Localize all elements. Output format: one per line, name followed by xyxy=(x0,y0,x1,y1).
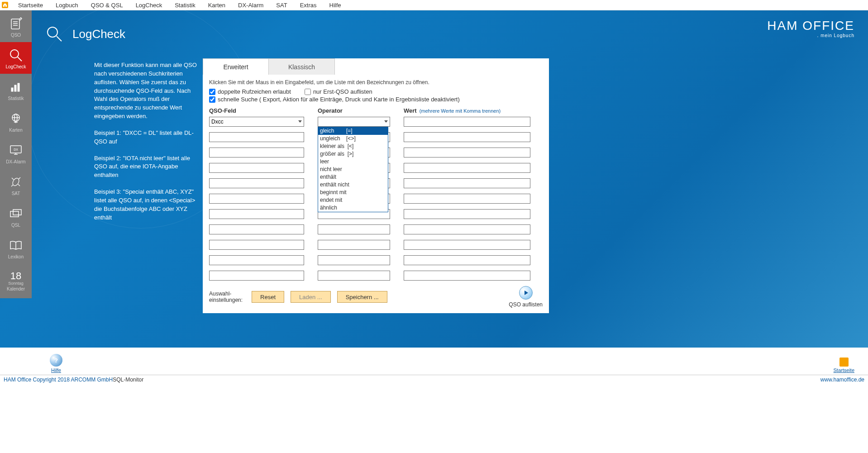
startseite-link[interactable]: Startseite xyxy=(834,358,854,373)
qso-auflisten-button[interactable]: QSO auflisten xyxy=(509,286,543,308)
operator-select-1[interactable]: gleich [=] ungleich [<>] kleiner als [<]… xyxy=(318,117,390,127)
load-button[interactable]: Laden ... xyxy=(291,291,331,303)
sidebar-label: Kalender xyxy=(7,286,25,291)
operator-input-1[interactable] xyxy=(318,117,390,127)
menu-dxalarm[interactable]: DX-Alarm xyxy=(232,0,270,10)
operator-opt-groesser[interactable]: größer als [>] xyxy=(318,150,388,158)
save-button[interactable]: Speichern ... xyxy=(337,291,387,303)
calendar-icon: 18 Sonntag xyxy=(7,271,25,286)
qso-feld-input-9[interactable] xyxy=(209,240,304,250)
menu-statistik[interactable]: Statistik xyxy=(168,0,202,10)
qso-feld-input-11[interactable] xyxy=(209,271,304,281)
wert-input-10[interactable] xyxy=(404,255,530,265)
calendar-weekday: Sonntag xyxy=(8,281,24,286)
chk-erst-qso-input[interactable] xyxy=(305,89,311,95)
checkbox-row-2: schnelle Suche ( Export, Aktion für alle… xyxy=(209,96,543,103)
wert-input-3[interactable] xyxy=(404,148,530,157)
operator-input-11[interactable] xyxy=(318,271,390,281)
wert-input-2[interactable] xyxy=(404,132,530,142)
operator-opt-enthaelt[interactable]: enthält xyxy=(318,173,388,181)
wert-input-7[interactable] xyxy=(404,209,530,219)
sidebar-label: Statistik xyxy=(8,96,24,101)
menu-karten[interactable]: Karten xyxy=(202,0,232,10)
operator-input-10[interactable] xyxy=(318,255,390,265)
qso-feld-select-1[interactable] xyxy=(209,117,304,132)
sidebar-item-sat[interactable]: SAT xyxy=(0,169,32,200)
notepad-icon xyxy=(7,15,25,32)
operator-input-8[interactable] xyxy=(318,224,390,234)
operator-dropdown[interactable]: gleich [=] ungleich [<>] kleiner als [<]… xyxy=(318,127,388,212)
desc-intro: Mit dieser Funktion kann man alle QSO na… xyxy=(94,61,200,121)
qso-feld-input-10[interactable] xyxy=(209,255,304,265)
menu-hilfe[interactable]: Hilfe xyxy=(323,0,348,10)
chk-doppelte[interactable]: doppelte Rufzeichen erlaubt xyxy=(209,88,291,95)
wert-input-11[interactable] xyxy=(404,271,530,281)
search-panel: Erweitert Klassisch Klicken Sie mit der … xyxy=(203,58,549,313)
wert-input-5[interactable] xyxy=(404,178,530,188)
sidebar-item-kalender[interactable]: 18 Sonntag Kalender xyxy=(0,264,32,298)
sidebar-item-statistik[interactable]: Statistik xyxy=(0,74,32,105)
sidebar-item-dxalarm[interactable]: DX DX-Alarm xyxy=(0,137,32,169)
chk-schnelle-suche[interactable]: schnelle Suche ( Export, Aktion für alle… xyxy=(209,96,460,103)
sidebar-label: LogCheck xyxy=(5,64,26,69)
col-header-qso-feld: QSO-Feld xyxy=(209,107,304,114)
operator-input-9[interactable] xyxy=(318,240,390,250)
menu-logbuch[interactable]: Logbuch xyxy=(49,0,85,10)
sidebar-item-lexikon[interactable]: Lexikon xyxy=(0,232,32,264)
reset-button[interactable]: Reset xyxy=(252,291,284,303)
menu-logcheck[interactable]: LogCheck xyxy=(129,0,169,10)
operator-opt-endet-mit[interactable]: endet mit xyxy=(318,196,388,204)
wert-input-8[interactable] xyxy=(404,224,530,234)
sidebar-item-qsl[interactable]: QSL xyxy=(0,200,32,232)
operator-opt-ungleich[interactable]: ungleich [<>] xyxy=(318,135,388,143)
sidebar-label: DX-Alarm xyxy=(6,159,25,164)
menu-extras[interactable]: Extras xyxy=(294,0,323,10)
calendar-day: 18 xyxy=(10,271,21,281)
status-url[interactable]: www.hamoffice.de xyxy=(820,377,864,383)
svg-rect-0 xyxy=(11,19,19,29)
svg-rect-8 xyxy=(18,83,19,91)
qso-feld-input-6[interactable] xyxy=(209,194,304,204)
chk-doppelte-input[interactable] xyxy=(209,89,215,95)
svg-point-4 xyxy=(10,50,19,58)
qso-feld-input-3[interactable] xyxy=(209,148,304,157)
operator-opt-nicht-leer[interactable]: nicht leer xyxy=(318,166,388,173)
menu-startseite[interactable]: Startseite xyxy=(12,0,49,10)
sidebar-item-qso[interactable]: QSO xyxy=(0,10,32,42)
wert-input-4[interactable] xyxy=(404,163,530,173)
menu-sat[interactable]: SAT xyxy=(270,0,293,10)
col-wert: Wert(mehrere Werte mit Komma trennen) xyxy=(404,107,530,286)
chk-erst-qso[interactable]: nur Erst-QSO auflisten xyxy=(305,88,372,95)
qso-feld-input-8[interactable] xyxy=(209,224,304,234)
wert-input-9[interactable] xyxy=(404,240,530,250)
help-link[interactable]: ? Hilfe xyxy=(50,354,62,373)
qso-feld-input-5[interactable] xyxy=(209,178,304,188)
home-icon[interactable] xyxy=(2,2,8,8)
tab-erweitert[interactable]: Erweitert xyxy=(203,58,269,75)
sidebar-item-karten[interactable]: Karten xyxy=(0,105,32,137)
operator-opt-leer[interactable]: leer xyxy=(318,158,388,166)
description-column: Mit dieser Funktion kann man alle QSO na… xyxy=(94,61,200,230)
operator-opt-enthaelt-nicht[interactable]: enthält nicht xyxy=(318,181,388,189)
operator-opt-aehnlich[interactable]: ähnlich xyxy=(318,204,388,212)
operator-opt-kleiner[interactable]: kleiner als [<] xyxy=(318,143,388,150)
qso-feld-input-4[interactable] xyxy=(209,163,304,173)
operator-opt-beginnt-mit[interactable]: beginnt mit xyxy=(318,189,388,196)
qso-feld-input-7[interactable] xyxy=(209,209,304,219)
svg-rect-21 xyxy=(10,211,19,217)
menu-qso-qsl[interactable]: QSO & QSL xyxy=(85,0,129,10)
satellite-icon xyxy=(7,174,25,190)
svg-line-19 xyxy=(11,185,13,186)
qso-feld-input-1[interactable] xyxy=(209,117,304,127)
help-label: Hilfe xyxy=(51,367,61,373)
wert-input-6[interactable] xyxy=(404,194,530,204)
sidebar-item-logcheck[interactable]: LogCheck xyxy=(0,42,32,74)
qso-feld-input-2[interactable] xyxy=(209,132,304,142)
wert-input-1[interactable] xyxy=(404,117,530,127)
play-icon xyxy=(519,286,533,300)
monitor-dx-icon: DX xyxy=(7,142,25,158)
tab-klassisch[interactable]: Klassisch xyxy=(269,58,335,75)
operator-opt-gleich[interactable]: gleich [=] xyxy=(318,127,388,135)
chk-schnelle-suche-input[interactable] xyxy=(209,96,215,103)
col-header-operator: Operator xyxy=(318,107,390,114)
